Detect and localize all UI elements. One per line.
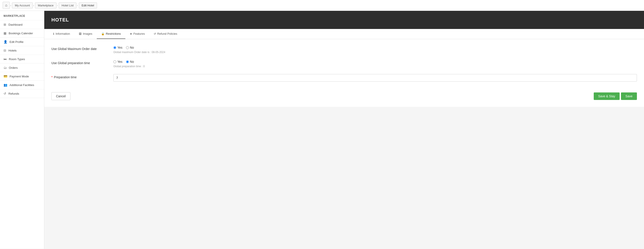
breadcrumb-sep-1: › <box>10 4 11 7</box>
form-buttons: Cancel Save & Stay Save <box>52 88 637 100</box>
form-row-global-preparation-time: Use Global preparation time Yes No Globa <box>52 60 637 68</box>
field-global-preparation-time: Yes No Global preparation time : 0 <box>114 60 637 68</box>
cancel-button[interactable]: Cancel <box>52 92 70 100</box>
sidebar-item-refunds[interactable]: ↺ Refunds <box>0 89 44 98</box>
radio-input-no-global-max-order-date[interactable] <box>126 46 129 49</box>
breadcrumb-marketplace[interactable]: Marketplace <box>35 2 56 8</box>
hotel-title: HOTEL <box>52 17 69 22</box>
breadcrumb-hotel-list[interactable]: Hotel List <box>59 2 76 8</box>
field-global-max-order-date: Yes No Global maximum Order date is : 08… <box>114 46 637 54</box>
tab-refund-policies[interactable]: ↺ Refund Policies <box>149 29 182 39</box>
sidebar-item-room-types[interactable]: 🛏 Room Types <box>0 55 44 63</box>
images-icon: 🖼 <box>79 32 82 35</box>
preparation-time-input[interactable] <box>114 74 637 82</box>
label-preparation-time: * Preparation time <box>52 74 114 79</box>
sidebar-item-additional-facilities[interactable]: 👥 Additional Facilities <box>0 81 44 89</box>
tab-images[interactable]: 🖼 Images <box>74 29 97 39</box>
refunds-icon: ↺ <box>4 92 6 95</box>
hotel-header: HOTEL <box>44 11 644 29</box>
radio-no-global-max-order-date[interactable]: No <box>126 46 134 49</box>
information-icon: ℹ <box>53 32 54 35</box>
content-area: HOTEL ℹ Information 🖼 Images 🔒 Restricti… <box>44 11 644 249</box>
restrictions-icon: 🔒 <box>101 32 104 35</box>
btn-group-right: Save & Stay Save <box>594 92 637 100</box>
breadcrumb-sep-2: › <box>33 4 34 7</box>
radio-yes-global-preparation-time[interactable]: Yes <box>114 60 122 63</box>
sidebar: MARKETPLACE ⊞ Dashboard ▦ Bookings Calen… <box>0 11 44 249</box>
sidebar-item-orders[interactable]: 🗂 Orders <box>0 63 44 72</box>
sidebar-item-dashboard[interactable]: ⊞ Dashboard <box>0 20 44 29</box>
home-button[interactable]: ⌂ <box>3 2 10 9</box>
hotels-icon: ⊟ <box>4 49 6 52</box>
tab-restrictions[interactable]: 🔒 Restrictions <box>97 29 125 39</box>
bookings-calender-icon: ▦ <box>4 31 6 35</box>
label-global-max-order-date: Use Global Maximum Order date <box>52 46 114 51</box>
radio-input-no-global-preparation-time[interactable] <box>126 60 129 63</box>
tab-features[interactable]: ★ Features <box>125 29 149 39</box>
form-row-global-max-order-date: Use Global Maximum Order date Yes No Glo <box>52 46 637 54</box>
breadcrumb-sep-4: › <box>77 4 78 7</box>
breadcrumb-edit-hotel[interactable]: Edit Hotel <box>79 2 97 8</box>
main-layout: MARKETPLACE ⊞ Dashboard ▦ Bookings Calen… <box>0 11 644 249</box>
hint-global-preparation-time: Global preparation time : 0 <box>114 65 637 68</box>
sidebar-item-edit-profile[interactable]: 👤 Edit Profile <box>0 38 44 46</box>
radio-yes-global-max-order-date[interactable]: Yes <box>114 46 122 49</box>
radio-no-global-preparation-time[interactable]: No <box>126 60 134 63</box>
sidebar-item-payment-mode[interactable]: 💳 Payment Mode <box>0 72 44 81</box>
payment-mode-icon: 💳 <box>4 74 7 78</box>
room-types-icon: 🛏 <box>4 57 7 61</box>
orders-icon: 🗂 <box>4 66 7 69</box>
radio-group-global-preparation-time: Yes No <box>114 60 637 63</box>
form-area: Use Global Maximum Order date Yes No Glo <box>44 39 644 107</box>
sidebar-item-hotels[interactable]: ⊟ Hotels <box>0 46 44 55</box>
sidebar-item-bookings-calender[interactable]: ▦ Bookings Calender <box>0 29 44 38</box>
dashboard-icon: ⊞ <box>4 23 6 26</box>
field-preparation-time <box>114 74 637 82</box>
radio-input-yes-global-preparation-time[interactable] <box>114 60 116 63</box>
label-global-preparation-time: Use Global preparation time <box>52 60 114 65</box>
additional-facilities-icon: 👥 <box>4 83 7 87</box>
radio-group-global-max-order-date: Yes No <box>114 46 637 49</box>
breadcrumb-sep-3: › <box>57 4 58 7</box>
save-button[interactable]: Save <box>621 92 637 100</box>
breadcrumb-bar: ⌂ › My Account › Marketplace › Hotel Lis… <box>0 0 644 11</box>
breadcrumb-my-account[interactable]: My Account <box>12 2 32 8</box>
sidebar-title: MARKETPLACE <box>0 14 44 20</box>
required-star: * <box>52 75 52 79</box>
save-stay-button[interactable]: Save & Stay <box>594 92 620 100</box>
tab-information[interactable]: ℹ Information <box>49 29 74 39</box>
form-row-preparation-time: * Preparation time <box>52 74 637 82</box>
hint-global-max-order-date: Global maximum Order date is : 08-05-202… <box>114 51 637 54</box>
refund-policies-icon: ↺ <box>154 32 156 35</box>
tabs-bar: ℹ Information 🖼 Images 🔒 Restrictions ★ … <box>44 29 644 39</box>
features-icon: ★ <box>130 32 132 35</box>
radio-input-yes-global-max-order-date[interactable] <box>114 46 116 49</box>
edit-profile-icon: 👤 <box>4 40 7 43</box>
